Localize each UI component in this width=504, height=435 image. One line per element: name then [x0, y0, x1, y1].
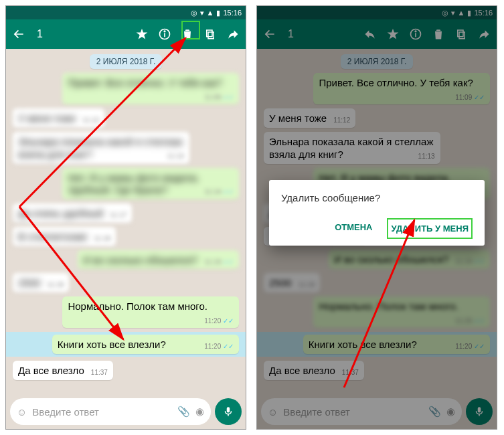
message-in[interactable]: Да все влезло11:37 — [13, 361, 113, 380]
emoji-icon[interactable]: ☺ — [17, 406, 27, 418]
phone-left: ◎ ▾ ▲ ▮ 15:16 1 2 ИЮЛЯ 2018 Г. Привет. В… — [5, 5, 246, 430]
message-out-selected: Книги хоть все влезли?11:20 ✓✓ — [52, 335, 239, 354]
dialog-title: Удалить сообщение? — [281, 192, 473, 203]
message-out[interactable]: Нет. Я у мамы фото видела. Удобный. Где … — [62, 168, 239, 200]
signal-icon: ▲ — [207, 9, 214, 17]
selected-row[interactable]: Книги хоть все влезли?11:20 ✓✓ — [6, 332, 246, 357]
cancel-button[interactable]: ОТМЕНА — [332, 218, 375, 239]
star-icon[interactable] — [135, 27, 149, 41]
svg-rect-4 — [207, 30, 212, 37]
forward-icon[interactable] — [226, 27, 240, 41]
date-chip: 2 ИЮЛЯ 2018 Г. — [90, 54, 163, 69]
input-placeholder: Введите ответ — [32, 406, 172, 418]
chat-area[interactable]: 2 ИЮЛЯ 2018 Г. Привет. Все отлично. У те… — [6, 49, 246, 394]
info-icon[interactable] — [157, 27, 172, 41]
selection-appbar: 1 — [6, 19, 246, 49]
svg-point-2 — [164, 31, 165, 32]
svg-rect-3 — [208, 32, 214, 39]
back-icon[interactable] — [11, 27, 26, 41]
mic-button[interactable] — [215, 398, 242, 425]
message-in[interactable]: В стоплитхоме11:18 — [13, 227, 116, 246]
message-in[interactable]: 250011:19 — [13, 273, 69, 292]
message-out[interactable]: И во сколько обошелся?11:19 ✓✓ — [78, 250, 239, 270]
composer: ☺ Введите ответ 📎 ◉ — [6, 394, 246, 429]
selection-count: 1 — [37, 28, 43, 40]
message-in[interactable]: У меня тоже11:12 — [13, 108, 104, 128]
message-input[interactable]: ☺ Введите ответ 📎 ◉ — [10, 398, 211, 425]
copy-icon[interactable] — [203, 27, 218, 41]
camera-icon[interactable]: ◉ — [195, 406, 204, 418]
battery-icon: ▮ — [216, 9, 220, 17]
delete-icon[interactable] — [180, 27, 195, 41]
delete-dialog: Удалить сообщение? ОТМЕНА УДАЛИТЬ У МЕНЯ — [269, 180, 485, 246]
message-out[interactable]: Нормально. Полок там много.11:20 ✓✓ — [62, 296, 239, 328]
status-bar: ◎ ▾ ▲ ▮ 15:16 — [6, 6, 246, 19]
message-out[interactable]: Привет. Все отлично. У тебя как?11:09 ✓✓ — [62, 73, 239, 104]
attach-icon[interactable]: 📎 — [177, 406, 190, 418]
delete-for-me-button[interactable]: УДАЛИТЬ У МЕНЯ — [387, 218, 473, 239]
message-in[interactable]: Эльнара показала какой я стеллаж взяла д… — [13, 132, 189, 164]
location-icon: ◎ — [191, 9, 197, 17]
phone-right: ◎ ▾ ▲ ▮ 15:16 1 2 ИЮЛЯ 2018 Г. Привет. В… — [256, 5, 497, 430]
message-in[interactable]: Да очень удобный11:17 — [13, 203, 132, 223]
status-time: 15:16 — [223, 9, 242, 17]
wifi-icon: ▾ — [200, 9, 204, 17]
